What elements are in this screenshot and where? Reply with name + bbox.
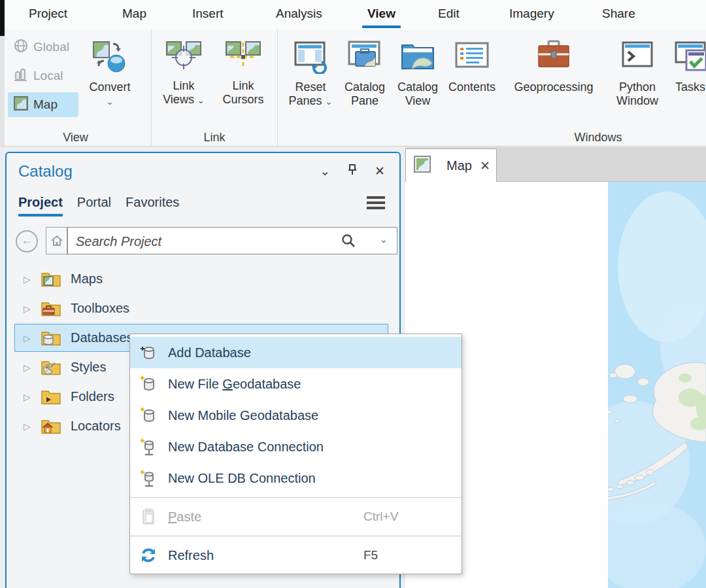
ribbon-tab-map[interactable]: Map (120, 0, 149, 29)
tree-item-toolboxes[interactable]: ▷ Toolboxes (7, 294, 399, 323)
map-thumbnail-icon (414, 156, 431, 175)
databases-folder-icon (41, 330, 61, 347)
tasks-button[interactable]: Tasks (667, 35, 706, 126)
ribbon-tab-analysis[interactable]: Analysis (273, 0, 325, 29)
local-button[interactable]: Local (8, 63, 78, 88)
group-label-link: Link (152, 131, 277, 145)
link-cursors-label: Link Cursors (222, 79, 263, 106)
catalog-pane-button[interactable]: Catalog Pane (338, 35, 392, 126)
group-label-view: View (0, 131, 151, 145)
expand-arrow-icon[interactable]: ▷ (24, 392, 34, 402)
expand-arrow-icon[interactable]: ▷ (24, 274, 34, 285)
convert-label: Convert (89, 80, 130, 94)
ribbon-group-view: Global Local Map (0, 29, 152, 146)
globe-icon (13, 38, 29, 57)
catalog-view-button[interactable]: Catalog View (392, 35, 444, 126)
expand-arrow-icon[interactable]: ▷ (24, 333, 34, 343)
catalog-pane-icon (346, 40, 383, 77)
menu-item-add-database[interactable]: Add Database (130, 337, 462, 368)
window-edge (0, 0, 5, 36)
search-input[interactable] (75, 228, 332, 255)
ribbon-tab-view[interactable]: View (365, 0, 398, 29)
ribbon-group-link: Link Views ⌄ Link C (152, 29, 278, 146)
menu-icon[interactable] (367, 196, 385, 212)
geoprocessing-button[interactable]: Geoprocessing (500, 35, 607, 126)
styles-folder-icon (41, 359, 61, 376)
reset-panes-button[interactable]: Reset Panes ⌄ (283, 35, 338, 126)
close-icon[interactable]: ✕ (375, 164, 385, 179)
ribbon-tab-share[interactable]: Share (599, 0, 638, 29)
folders-icon (41, 389, 61, 406)
map-tab-bar: Map ✕ (405, 147, 706, 182)
menu-item-label: Refresh (168, 548, 214, 563)
link-views-button[interactable]: Link Views ⌄ (158, 35, 209, 126)
search-icon[interactable] (341, 233, 356, 251)
geoprocessing-toolbox-icon (535, 40, 572, 77)
contents-icon (453, 40, 491, 77)
menu-item-new-database-connection[interactable]: New Database Connection (130, 431, 462, 462)
map-icon (13, 95, 29, 114)
convert-icon (92, 40, 128, 77)
chevron-down-icon[interactable]: ⌄ (379, 233, 388, 245)
ribbon-tab-insert[interactable]: Insert (190, 0, 226, 29)
ribbon-tab-edit[interactable]: Edit (435, 0, 462, 29)
menu-item-label: New Database Connection (168, 440, 324, 455)
home-button[interactable] (46, 227, 67, 254)
menu-item-refresh[interactable]: Refresh F5 (130, 540, 462, 571)
local-label: Local (33, 69, 63, 83)
reset-panes-label: Reset Panes (289, 80, 326, 107)
catalog-tab-favorites[interactable]: Favorites (126, 195, 179, 216)
back-arrow-icon[interactable]: ← (16, 230, 38, 252)
python-window-button[interactable]: Python Window (607, 35, 667, 126)
geoprocessing-label: Geoprocessing (514, 80, 593, 94)
home-icon (50, 234, 63, 247)
database-add-icon (139, 343, 158, 362)
ribbon-tab-imagery[interactable]: Imagery (507, 0, 557, 29)
tree-item-label: Toolboxes (71, 301, 129, 316)
catalog-tab-project[interactable]: Project (18, 195, 63, 216)
catalog-tabs: Project Portal Favorites (18, 195, 179, 216)
locators-folder-icon (41, 418, 61, 435)
panel-title: Catalog (18, 162, 73, 181)
tree-item-label: Folders (71, 389, 114, 404)
contents-label: Contents (448, 80, 496, 94)
link-views-icon (165, 40, 203, 75)
tree-item-label: Maps (71, 271, 103, 286)
menu-item-paste[interactable]: Paste Ctrl+V (130, 501, 462, 532)
refresh-icon (139, 546, 158, 564)
ribbon-tab-project[interactable]: Project (26, 0, 70, 29)
convert-button[interactable]: Convert⌄ (78, 35, 141, 126)
python-window-icon (619, 40, 656, 77)
tree-item-label: Locators (71, 419, 121, 434)
chevron-down-icon[interactable]: ⌄ (320, 164, 330, 179)
menu-item-new-file-geodatabase[interactable]: New File Geodatabase (130, 368, 462, 400)
chevron-down-icon: ⌄ (107, 97, 114, 107)
contents-button[interactable]: Contents (444, 35, 500, 126)
menu-separator (130, 536, 462, 536)
map-basemap-alaska (608, 182, 706, 588)
map-view-tab[interactable]: Map ✕ (405, 148, 497, 182)
catalog-tab-portal[interactable]: Portal (77, 195, 111, 216)
close-icon[interactable]: ✕ (480, 158, 490, 173)
map-button[interactable]: Map (8, 92, 78, 117)
menu-item-label: Add Database (168, 345, 251, 360)
menu-item-label: New File Geodatabase (168, 377, 301, 392)
chevron-down-icon: ⌄ (326, 97, 333, 107)
tree-item-label: Styles (71, 360, 106, 375)
menu-shortcut: F5 (363, 548, 378, 562)
menu-item-new-ole-db-connection[interactable]: New OLE DB Connection (130, 462, 462, 494)
search-box: ⌄ (67, 227, 397, 254)
expand-arrow-icon[interactable]: ▷ (24, 421, 34, 432)
expand-arrow-icon[interactable]: ▷ (24, 303, 34, 314)
global-button[interactable]: Global (8, 35, 78, 60)
pin-icon[interactable] (347, 164, 358, 179)
toolboxes-folder-icon (41, 300, 61, 317)
menu-shortcut: Ctrl+V (363, 510, 398, 524)
expand-arrow-icon[interactable]: ▷ (24, 362, 34, 373)
link-cursors-button[interactable]: Link Cursors (214, 35, 272, 126)
tree-item-maps[interactable]: ▷ Maps (7, 264, 399, 294)
menu-item-new-mobile-geodatabase[interactable]: New Mobile Geodatabase (130, 400, 462, 431)
menu-item-label: New OLE DB Connection (168, 471, 316, 486)
catalog-search-row: ← ⌄ (14, 226, 392, 255)
database-new-icon (139, 375, 158, 393)
